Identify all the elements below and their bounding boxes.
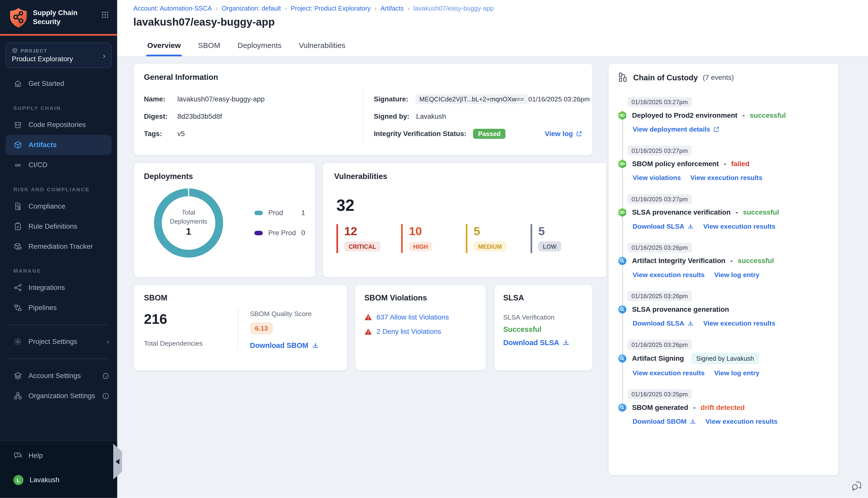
sidebar-item-organization-settings[interactable]: Organization Settings bbox=[0, 386, 117, 406]
info-icon[interactable] bbox=[102, 372, 109, 380]
breadcrumb-organization[interactable]: Organization: default bbox=[221, 5, 281, 12]
event-title: SBOM policy enforcement bbox=[632, 160, 719, 168]
download-slsa-link[interactable]: Download SLSA bbox=[633, 319, 694, 327]
tab-deployments[interactable]: Deployments bbox=[236, 34, 283, 56]
signature-value[interactable]: MEQCICde2VjIT...bL+2+mqnOXw== bbox=[415, 94, 529, 104]
sidebar-item-pipelines[interactable]: Pipelines bbox=[0, 298, 117, 318]
scan-event-icon bbox=[618, 403, 627, 412]
vulnerabilities-total: 32 bbox=[336, 196, 595, 214]
pre-prod-swatch bbox=[255, 231, 263, 235]
chain-of-custody-title: Chain of Custody bbox=[633, 73, 698, 82]
support-chat-launcher[interactable] bbox=[851, 480, 863, 492]
view-execution-results-link[interactable]: View execution results bbox=[703, 222, 775, 230]
accent-divider bbox=[0, 34, 117, 36]
external-link-icon bbox=[713, 126, 720, 133]
info-icon[interactable] bbox=[102, 392, 109, 399]
tab-overview[interactable]: Overview bbox=[146, 34, 182, 56]
code-repository-icon bbox=[13, 120, 22, 130]
event-title: SLSA provenance verification bbox=[632, 209, 730, 217]
content-area: General Information Name: lavakush07/eas… bbox=[117, 57, 868, 498]
card-title: Vulnerabilities bbox=[334, 172, 595, 181]
download-slsa-link[interactable]: Download SLSA bbox=[503, 338, 583, 346]
donut-center-label: TotalDeployments bbox=[166, 209, 211, 226]
breadcrumb-account[interactable]: Account: Automation-SSCA bbox=[133, 5, 212, 12]
home-icon bbox=[13, 79, 22, 88]
sidebar-item-remediation-tracker[interactable]: Remediation Tracker bbox=[0, 236, 117, 257]
signed-by-value: Lavakush bbox=[416, 113, 446, 120]
scan-event-icon bbox=[618, 256, 627, 266]
view-execution-results-link[interactable]: View execution results bbox=[690, 174, 763, 182]
prod-swatch bbox=[255, 211, 263, 215]
critical-count: 12 bbox=[344, 225, 401, 237]
project-cube-icon bbox=[12, 48, 18, 53]
slsa-verification-label: SLSA Verification bbox=[503, 313, 583, 321]
sidebar-item-code-repositories[interactable]: Code Repositories bbox=[0, 115, 117, 135]
breadcrumb: Account: Automation-SSCA › Organization:… bbox=[133, 5, 855, 12]
link-label: View log entry bbox=[714, 369, 759, 377]
sidebar-item-account-settings[interactable]: Account Settings bbox=[0, 366, 117, 386]
breadcrumb-current[interactable]: lavakush07/easy-buggy-app bbox=[413, 5, 494, 12]
event-title: Deployed to Prod2 environment bbox=[632, 112, 738, 119]
view-execution-results-link[interactable]: View execution results bbox=[703, 319, 775, 327]
avatar: L bbox=[13, 475, 23, 485]
link-label: View execution results bbox=[705, 418, 778, 425]
tab-sbom[interactable]: SBOM bbox=[197, 34, 221, 56]
user-menu[interactable]: L Lavakush bbox=[0, 470, 117, 490]
event-timestamp: 01/16/2025 03:25pm bbox=[627, 389, 692, 399]
events-count: (7 events) bbox=[703, 73, 734, 81]
link-label: View execution results bbox=[633, 369, 705, 377]
chevron-right-icon: › bbox=[107, 338, 109, 346]
pipelines-icon bbox=[13, 303, 22, 312]
deployments-card: Deployments TotalDeployments 1 bbox=[133, 162, 316, 278]
sidebar-item-project-settings[interactable]: Project Settings › bbox=[0, 332, 117, 352]
sbom-quality-score-value: 6.13 bbox=[250, 322, 273, 335]
project-selector[interactable]: PROJECT Product Exploratory › bbox=[5, 42, 112, 68]
clipboard-check-icon bbox=[13, 222, 22, 231]
sidebar-item-label: CI/CD bbox=[28, 161, 48, 169]
app-window: Supply Chain Security PROJECT bbox=[0, 0, 868, 498]
sidebar-item-integrations[interactable]: Integrations bbox=[0, 278, 117, 298]
tab-bar: Overview SBOM Deployments Vulnerabilitie… bbox=[117, 34, 868, 57]
external-link-icon bbox=[576, 130, 582, 137]
deny-list-violations-link[interactable]: 2 Deny list Violations bbox=[364, 328, 477, 336]
card-title: General Information bbox=[144, 73, 582, 82]
view-execution-results-link[interactable]: View execution results bbox=[633, 271, 705, 279]
view-log-entry-link[interactable]: View log entry bbox=[714, 271, 759, 279]
dash: - bbox=[724, 160, 726, 168]
view-log-link[interactable]: View log bbox=[545, 130, 582, 137]
link-label: Download SLSA bbox=[633, 319, 684, 327]
sidebar-item-rule-definitions[interactable]: Rule Definitions bbox=[0, 217, 117, 236]
link-label: View deployment details bbox=[633, 126, 710, 133]
view-violations-link[interactable]: View violations bbox=[633, 174, 681, 182]
chain-of-custody-panel: Chain of Custody (7 events) 01/16/2025 0… bbox=[608, 63, 839, 476]
severity-high: 10 HIGH bbox=[401, 224, 466, 253]
event-timestamp: 01/16/2025 03:26pm bbox=[627, 340, 692, 350]
breadcrumb-project[interactable]: Project: Product Exploratory bbox=[290, 5, 371, 12]
help-button[interactable]: Help bbox=[0, 446, 117, 466]
module-grid-menu-icon[interactable] bbox=[101, 7, 109, 19]
breadcrumb-separator: › bbox=[375, 5, 376, 12]
event-status: successful bbox=[738, 257, 774, 265]
link-label: View execution results bbox=[633, 271, 705, 279]
download-icon bbox=[562, 339, 570, 346]
download-sbom-link[interactable]: Download SBOM bbox=[633, 418, 696, 425]
sidebar-item-cicd[interactable]: CI/CD bbox=[0, 155, 117, 175]
view-log-entry-link[interactable]: View log entry bbox=[714, 369, 759, 377]
view-execution-results-link[interactable]: View execution results bbox=[705, 418, 778, 425]
sitemap-icon bbox=[13, 391, 22, 401]
sidebar-item-label: Artifacts bbox=[28, 141, 57, 149]
sidebar-item-artifacts[interactable]: Artifacts bbox=[5, 135, 112, 155]
download-sbom-link[interactable]: Download SBOM bbox=[250, 341, 319, 350]
tab-vulnerabilities[interactable]: Vulnerabilities bbox=[298, 34, 346, 56]
allow-list-violations-link[interactable]: 637 Allow list Violations bbox=[364, 313, 477, 321]
view-execution-results-link[interactable]: View execution results bbox=[633, 369, 705, 377]
sidebar-item-label: Integrations bbox=[28, 284, 65, 292]
download-slsa-link[interactable]: Download SLSA bbox=[633, 222, 694, 230]
pipeline-event-icon bbox=[618, 110, 627, 120]
event-status: successful bbox=[750, 112, 786, 119]
breadcrumb-artifacts[interactable]: Artifacts bbox=[380, 5, 404, 12]
view-deployment-details-link[interactable]: View deployment details bbox=[633, 126, 720, 133]
event-timestamp: 01/16/2025 03:26pm bbox=[627, 243, 692, 252]
sidebar-item-get-started[interactable]: Get Started bbox=[0, 74, 117, 94]
sidebar-item-compliance[interactable]: Compliance bbox=[0, 196, 117, 217]
